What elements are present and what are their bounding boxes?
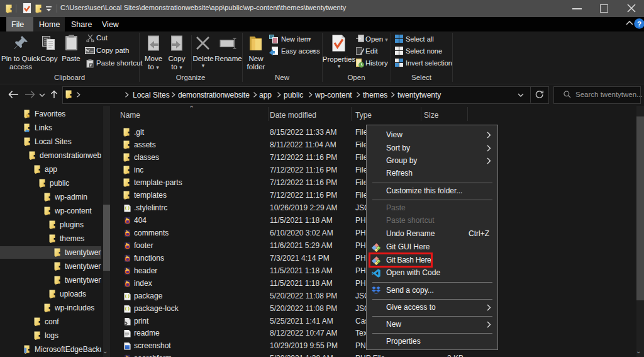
svg-text:?: ? — [637, 20, 641, 28]
